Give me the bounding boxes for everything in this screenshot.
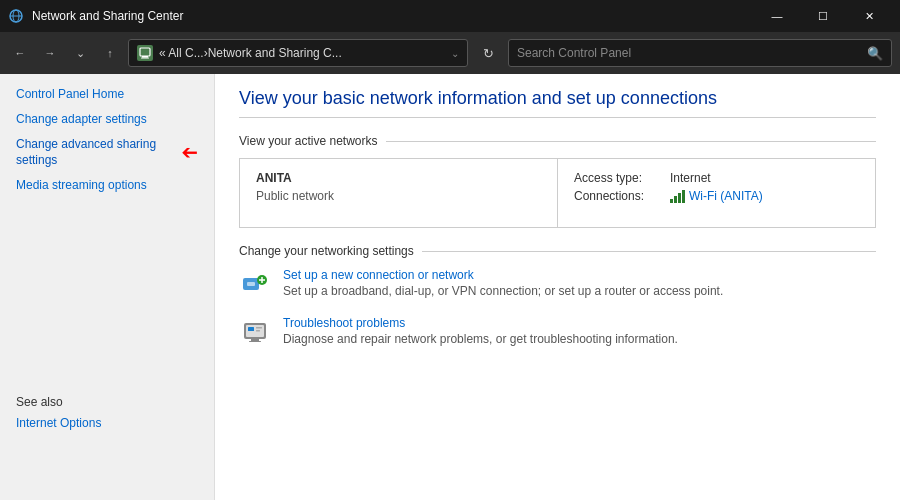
wifi-icon (670, 189, 685, 203)
new-connection-link[interactable]: Set up a new connection or network (283, 268, 876, 282)
svg-rect-4 (142, 56, 148, 58)
content-area: View your basic network information and … (215, 74, 900, 500)
maximize-button[interactable]: ☐ (800, 0, 846, 32)
search-box[interactable]: 🔍 (508, 39, 892, 67)
address-current: Network and Sharing C... (208, 46, 342, 60)
address-box[interactable]: « All C... › Network and Sharing C... ⌄ (128, 39, 468, 67)
window-icon (8, 8, 24, 24)
back-button[interactable]: ← (8, 41, 32, 65)
access-type-label: Access type: (574, 171, 664, 185)
minimize-button[interactable]: — (754, 0, 800, 32)
troubleshoot-text: Troubleshoot problems Diagnose and repai… (283, 316, 876, 346)
svg-rect-5 (141, 58, 149, 59)
up-button[interactable]: ↑ (98, 41, 122, 65)
troubleshoot-link[interactable]: Troubleshoot problems (283, 316, 876, 330)
svg-rect-15 (256, 330, 260, 332)
access-type-value: Internet (670, 171, 711, 185)
svg-rect-16 (251, 339, 259, 341)
window-controls: — ☐ ✕ (754, 0, 892, 32)
address-prefix: « All C... (159, 46, 204, 60)
address-chevron-icon[interactable]: ⌄ (451, 48, 459, 59)
search-icon[interactable]: 🔍 (867, 46, 883, 61)
troubleshoot-icon (239, 316, 271, 348)
page-title: View your basic network information and … (239, 88, 876, 118)
sidebar: Control Panel Home Change adapter settin… (0, 74, 215, 500)
wifi-link[interactable]: Wi-Fi (ANITA) (689, 189, 763, 203)
network-type: Public network (256, 189, 541, 203)
sidebar-item-change-advanced[interactable]: Change advanced sharing settings (16, 136, 177, 170)
connections-label: Connections: (574, 189, 664, 203)
connections-row: Connections: Wi-Fi (ANITA) (574, 189, 859, 203)
search-input[interactable] (517, 46, 867, 60)
sidebar-item-change-adapter[interactable]: Change adapter settings (16, 111, 198, 128)
access-type-row: Access type: Internet (574, 171, 859, 185)
new-connection-icon (239, 268, 271, 300)
sidebar-item-internet-options[interactable]: Internet Options (16, 415, 101, 432)
refresh-button[interactable]: ↻ (474, 39, 502, 67)
main-container: Control Panel Home Change adapter settin… (0, 74, 900, 500)
svg-rect-14 (256, 327, 262, 329)
troubleshoot-desc: Diagnose and repair network problems, or… (283, 332, 678, 346)
network-info-left: ANITA Public network (240, 159, 558, 227)
svg-rect-17 (249, 341, 261, 342)
address-icon (137, 45, 153, 61)
sidebar-item-media-streaming[interactable]: Media streaming options (16, 177, 198, 194)
address-bar: ← → ⌄ ↑ « All C... › Network and Sharing… (0, 32, 900, 74)
title-bar: Network and Sharing Center — ☐ ✕ (0, 0, 900, 32)
networks-container: ANITA Public network Access type: Intern… (239, 158, 876, 228)
sidebar-link-row-advanced: Change advanced sharing settings ➔ (16, 136, 198, 170)
setting-new-connection: Set up a new connection or network Set u… (239, 268, 876, 300)
setting-troubleshoot: Troubleshoot problems Diagnose and repai… (239, 316, 876, 348)
dropdown-button[interactable]: ⌄ (68, 41, 92, 65)
active-networks-header: View your active networks (239, 134, 876, 148)
forward-button[interactable]: → (38, 41, 62, 65)
window-title: Network and Sharing Center (32, 9, 754, 23)
svg-rect-7 (247, 282, 255, 286)
see-also-label: See also (16, 395, 101, 409)
connections-value: Wi-Fi (ANITA) (670, 189, 763, 203)
new-connection-text: Set up a new connection or network Set u… (283, 268, 876, 298)
see-also-section: See also Internet Options (16, 379, 101, 440)
arrow-indicator-icon: ➔ (181, 140, 198, 164)
svg-rect-3 (140, 48, 150, 56)
networking-settings-section: Change your networking settings Set up a… (239, 244, 876, 348)
new-connection-desc: Set up a broadband, dial-up, or VPN conn… (283, 284, 723, 298)
network-name: ANITA (256, 171, 541, 185)
network-info-right: Access type: Internet Connections: Wi-Fi… (558, 159, 875, 227)
networking-settings-header: Change your networking settings (239, 244, 876, 258)
sidebar-item-panel-home[interactable]: Control Panel Home (16, 86, 198, 103)
close-button[interactable]: ✕ (846, 0, 892, 32)
svg-rect-13 (248, 327, 254, 331)
